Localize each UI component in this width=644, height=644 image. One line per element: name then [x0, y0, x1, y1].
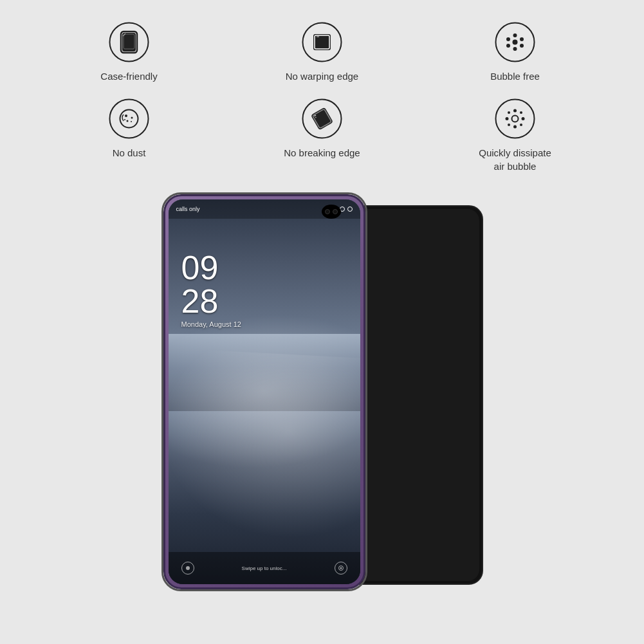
- quickly-dissipate-icon: [493, 96, 538, 141]
- status-icons: [340, 207, 353, 212]
- svg-point-13: [520, 44, 524, 48]
- svg-point-18: [125, 115, 127, 117]
- no-breaking-label: No breaking edge: [284, 146, 360, 160]
- camera-notch: [322, 205, 341, 219]
- svg-point-36: [520, 111, 522, 114]
- svg-point-30: [513, 109, 517, 112]
- phone-body: calls only 09 28 Monday, August 12: [161, 192, 367, 591]
- case-friendly-label: Case-friendly: [100, 69, 157, 83]
- no-warping-icon: [300, 19, 345, 64]
- screen-bottom-bar: Swipe up to unloc...: [169, 552, 360, 584]
- clock-date: Monday, August 12: [181, 320, 241, 328]
- feature-no-breaking: No breaking edge: [226, 89, 419, 179]
- svg-point-10: [506, 37, 510, 41]
- bottom-icon-left: [181, 562, 194, 575]
- svg-point-29: [512, 115, 519, 122]
- bottom-icon-right: [335, 562, 347, 575]
- svg-point-38: [186, 566, 190, 570]
- swipe-label: Swipe up to unloc...: [194, 566, 335, 571]
- svg-point-11: [520, 37, 524, 41]
- svg-point-15: [513, 47, 517, 51]
- svg-point-22: [124, 119, 125, 120]
- time-display: 09 28 Monday, August 12: [181, 251, 241, 328]
- feature-case-friendly: Case-friendly: [33, 13, 226, 89]
- no-dust-label: No dust: [113, 146, 146, 160]
- svg-rect-5: [313, 34, 331, 50]
- product-display: calls only 09 28 Monday, August 12: [161, 192, 483, 604]
- no-warping-label: No warping edge: [286, 69, 358, 83]
- svg-point-32: [506, 117, 509, 120]
- svg-point-20: [127, 120, 129, 122]
- case-friendly-icon: [107, 19, 152, 64]
- svg-point-9: [513, 39, 518, 44]
- svg-point-28: [496, 99, 535, 138]
- features-grid: Case-friendly No warping edge: [33, 13, 612, 179]
- quickly-dissipate-label: Quickly dissipate air bubble: [479, 146, 551, 173]
- camera-lens-2: [333, 209, 338, 214]
- signal-icon: [347, 207, 353, 212]
- bubble-free-icon: [493, 19, 538, 64]
- svg-point-16: [110, 99, 149, 138]
- no-breaking-icon: [300, 96, 345, 141]
- screen-wallpaper: calls only 09 28 Monday, August 12: [169, 199, 360, 584]
- svg-point-34: [508, 111, 510, 114]
- svg-point-12: [506, 44, 510, 48]
- clock-hour: 09: [181, 251, 241, 284]
- svg-point-40: [340, 567, 342, 569]
- svg-point-37: [508, 124, 510, 126]
- svg-point-35: [520, 124, 522, 126]
- svg-point-21: [131, 121, 132, 122]
- feature-no-warping: No warping edge: [226, 13, 419, 89]
- svg-point-33: [522, 117, 525, 120]
- svg-point-31: [513, 125, 517, 128]
- status-calls: calls only: [176, 206, 340, 212]
- feature-bubble-free: Bubble free: [419, 13, 612, 89]
- wave2: [169, 347, 360, 551]
- bubble-free-label: Bubble free: [490, 69, 540, 83]
- svg-point-19: [131, 116, 133, 118]
- feature-no-dust: No dust: [33, 89, 226, 179]
- camera-lens-1: [325, 209, 330, 214]
- feature-quickly-dissipate: Quickly dissipate air bubble: [419, 89, 612, 179]
- no-dust-icon: [107, 96, 152, 141]
- phone-screen: calls only 09 28 Monday, August 12: [169, 199, 360, 584]
- svg-point-14: [513, 33, 517, 37]
- clock-minute: 28: [181, 284, 241, 318]
